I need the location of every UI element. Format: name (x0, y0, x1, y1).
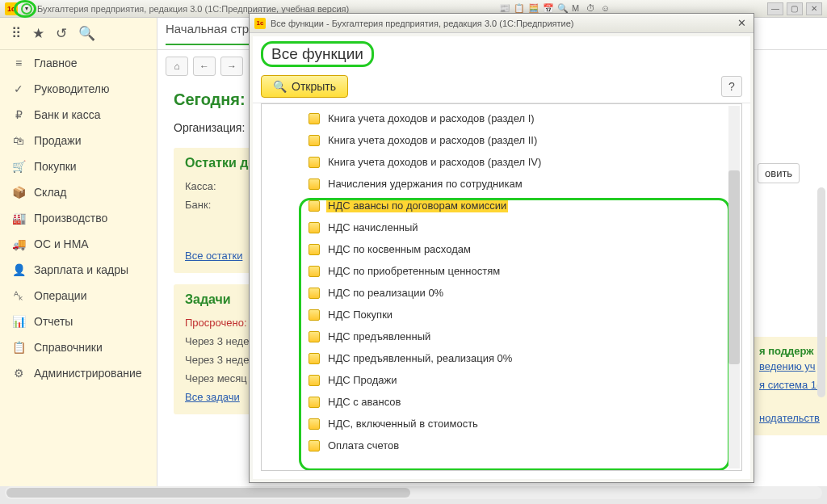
sidebar-item-9[interactable]: ᴬₖОперации (0, 283, 157, 309)
register-icon (309, 200, 320, 212)
tree-item[interactable]: Книга учета доходов и расходов (раздел I… (262, 151, 741, 173)
support-link[interactable]: я система 1( (759, 376, 822, 394)
register-icon (309, 113, 320, 124)
tree-item[interactable]: НДС авансы по договорам комиссии (262, 195, 741, 216)
nav-icon: ₽ (11, 108, 26, 121)
sidebar-item-1[interactable]: ✓Руководителю (0, 76, 157, 102)
tree-item[interactable]: Книга учета доходов и расходов (раздел I… (262, 129, 741, 151)
tree-item-label: НДС авансы по договорам комиссии (326, 199, 508, 212)
register-icon (309, 331, 320, 342)
register-icon (309, 418, 320, 430)
tree-item[interactable]: НДС Покупки (262, 304, 741, 326)
modal-titlebar[interactable]: 1c Все функции - Бухгалтерия предприятия… (250, 14, 754, 33)
sidebar-item-12[interactable]: ⚙Администрирование (0, 360, 157, 386)
tree-item[interactable]: НДС Продажи (262, 369, 741, 391)
sidebar-item-2[interactable]: ₽Банк и касса (0, 102, 157, 128)
nav-label: Покупки (34, 160, 77, 173)
tree-item-label: Оплата счетов (326, 439, 401, 452)
open-button[interactable]: 🔍 Открыть (261, 75, 348, 98)
help-button[interactable]: ? (721, 76, 742, 97)
modal-body: Все функции 🔍 Открыть ? Книга учета дохо… (253, 36, 750, 479)
search-icon[interactable]: 🔍 (78, 25, 95, 42)
support-link[interactable]: ведению уч (759, 357, 822, 376)
tree-item[interactable]: НДС предъявленный, реализация 0% (262, 347, 741, 369)
tree-item[interactable]: Начисления удержания по сотрудникам (262, 173, 741, 195)
sidebar-item-8[interactable]: 👤Зарплата и кадры (0, 257, 157, 283)
forward-icon[interactable]: → (220, 57, 243, 76)
nav-icon: 🛍 (11, 134, 26, 147)
nav-label: Главное (34, 57, 78, 69)
app-title: Бухгалтерия предприятия, редакция 3.0 (1… (37, 4, 349, 14)
hscrollbar[interactable] (5, 486, 822, 499)
sidebar-item-7[interactable]: 🚚ОС и НМА (0, 231, 157, 257)
nav-label: Руководителю (34, 82, 109, 95)
tree-item[interactable]: Книга учета доходов и расходов (раздел I… (262, 107, 741, 129)
nav-label: Продажи (34, 134, 81, 147)
register-icon (309, 178, 320, 190)
tree-item[interactable]: Оплата счетов (262, 435, 741, 456)
support-link[interactable]: нодательств (759, 409, 822, 427)
sidebar-item-5[interactable]: 📦Склад (0, 179, 157, 205)
maximize-button[interactable]: ▢ (787, 2, 803, 15)
register-icon (309, 288, 320, 299)
modal-close-icon[interactable]: ✕ (734, 17, 749, 29)
back-icon[interactable]: ← (193, 57, 216, 76)
modal-toolbar: 🔍 Открыть ? (253, 70, 750, 103)
sidebar-item-10[interactable]: 📊Отчеты (0, 309, 157, 334)
vscrollbar[interactable] (817, 187, 825, 397)
support-block: я поддерж ведению уч я система 1( нодате… (754, 337, 827, 435)
tree-item-label: Начисления удержания по сотрудникам (326, 177, 524, 191)
sidebar-item-4[interactable]: 🛒Покупки (0, 153, 157, 179)
sidebar-item-6[interactable]: 🏭Производство (0, 205, 157, 231)
register-icon (309, 375, 320, 386)
support-title: я поддерж (759, 345, 822, 357)
nav-label: Администрирование (34, 367, 142, 380)
tree-item-label: НДС предъявленный, реализация 0% (326, 351, 514, 365)
nav-label: Операции (34, 289, 87, 302)
tree-vscrollbar[interactable] (728, 106, 740, 468)
sidebar-item-11[interactable]: 📋Справочники (0, 334, 157, 360)
tree-item-label: НДС Покупки (326, 308, 394, 321)
dropdown-icon[interactable]: ▾ (21, 3, 32, 15)
nav-icon: 📊 (11, 315, 26, 328)
nav-icon: 📋 (11, 341, 26, 354)
minimize-button[interactable]: — (767, 2, 783, 15)
search-icon: 🔍 (273, 80, 287, 93)
sidebar-item-0[interactable]: ≡Главное (0, 50, 157, 76)
close-button[interactable]: ✕ (806, 2, 822, 15)
tree-item[interactable]: НДС с авансов (262, 391, 741, 413)
tree-item-label: НДС, включенный в стоимость (326, 417, 480, 430)
tree-item[interactable]: НДС, включенный в стоимость (262, 413, 741, 435)
nav-icon: 🏭 (11, 212, 26, 225)
nav-icon: 📦 (11, 186, 26, 199)
register-icon (309, 397, 320, 408)
register-icon (309, 353, 320, 364)
right-button[interactable]: овить (758, 163, 800, 183)
nav-label: Зарплата и кадры (34, 263, 128, 276)
tree-item[interactable]: НДС начисленный (262, 216, 741, 238)
right-slice: овить я поддерж ведению уч я система 1( … (754, 66, 827, 486)
register-icon (309, 222, 320, 233)
tree-item[interactable]: НДС по реализации 0% (262, 282, 741, 304)
tree-item[interactable]: НДС по приобретенным ценностям (262, 260, 741, 282)
tree-item[interactable]: НДС предъявленный (262, 326, 741, 347)
all-functions-modal: 1c Все функции - Бухгалтерия предприятия… (249, 13, 754, 483)
function-tree[interactable]: Книга учета доходов и расходов (раздел I… (261, 103, 742, 471)
app-logo-icon: 1c (5, 2, 18, 15)
history-icon[interactable]: ↺ (56, 25, 67, 42)
nav-label: Справочники (34, 341, 103, 354)
apps-icon[interactable]: ⠿ (11, 25, 21, 42)
nav-icon: ≡ (11, 57, 26, 69)
nav-label: Отчеты (34, 315, 73, 328)
tree-item-label: НДС по косвенным расходам (326, 242, 472, 256)
modal-header: Все функции (253, 36, 750, 70)
nav-label: Банк и касса (34, 108, 100, 121)
tree-item[interactable]: НДС по косвенным расходам (262, 238, 741, 260)
register-icon (309, 157, 320, 168)
tree-item-label: НДС начисленный (326, 220, 420, 234)
home-icon[interactable]: ⌂ (166, 57, 188, 76)
modal-title: Все функции (261, 41, 374, 67)
nav-icon: ᴬₖ (11, 289, 26, 302)
star-icon[interactable]: ★ (32, 25, 44, 42)
sidebar-item-3[interactable]: 🛍Продажи (0, 128, 157, 153)
